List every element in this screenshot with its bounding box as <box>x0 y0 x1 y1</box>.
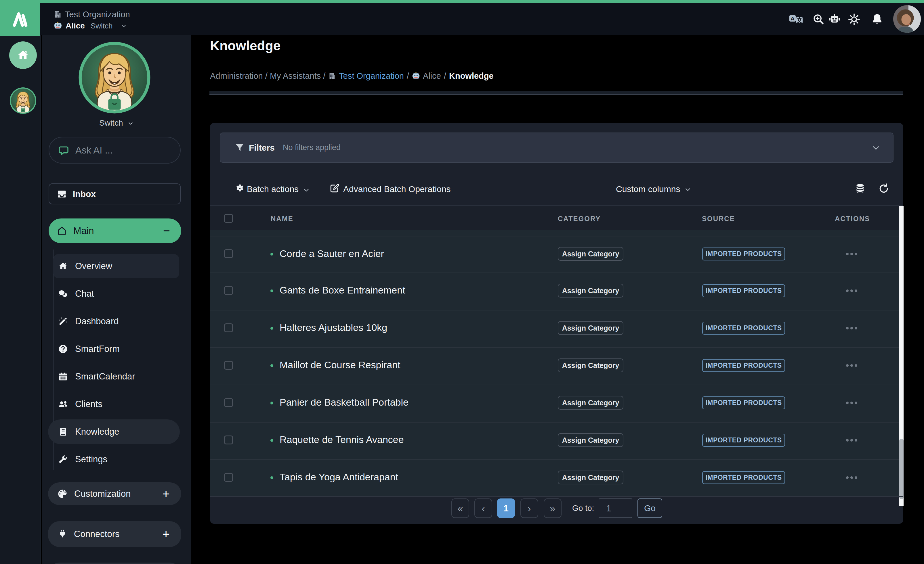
svg-text:A: A <box>790 15 795 22</box>
